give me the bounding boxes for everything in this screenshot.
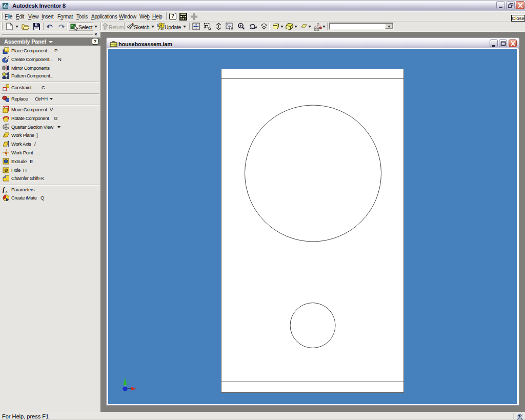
svg-text:f: f bbox=[3, 186, 5, 193]
svg-text:x: x bbox=[5, 189, 8, 193]
